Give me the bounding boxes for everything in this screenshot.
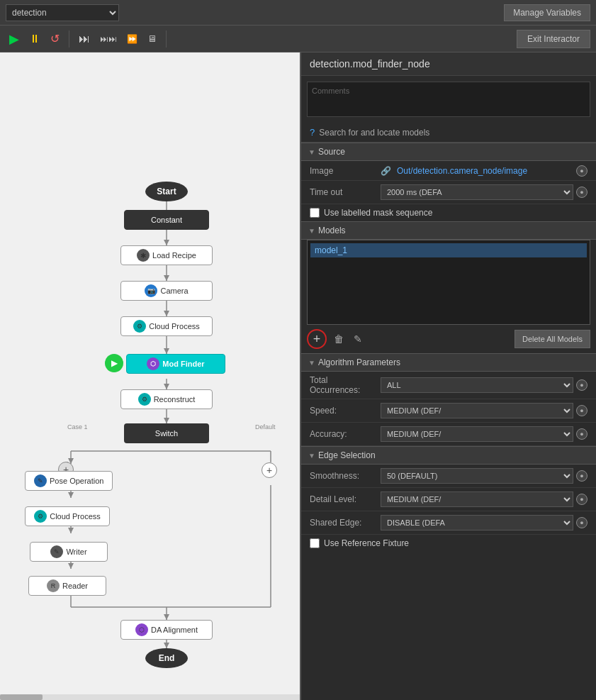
shared-edge-circle-btn[interactable]: ●	[576, 517, 587, 528]
svg-marker-20	[68, 492, 74, 498]
svg-marker-22	[68, 528, 74, 533]
pause-button[interactable]: ⏸	[26, 30, 44, 48]
accuracy-circle-btn[interactable]: ●	[576, 428, 587, 440]
image-circle-btn[interactable]: ●	[576, 165, 587, 177]
use-reference-fixture-checkbox[interactable]	[310, 538, 320, 548]
switch-default-label: Default	[255, 423, 276, 430]
timeout-label: Time out	[310, 187, 381, 197]
flow-connectors	[0, 52, 300, 700]
detail-level-select[interactable]: MEDIUM (DEF/	[381, 491, 573, 507]
accuracy-label: Accuracy:	[310, 429, 381, 439]
speed-select[interactable]: MEDIUM (DEF/	[381, 403, 573, 418]
flow-scroll-thumb[interactable]	[0, 694, 43, 700]
fast-forward-button[interactable]: ⏭⏭	[96, 32, 120, 46]
camera-rect: 📷 Camera	[120, 281, 213, 301]
camera-icon: 📷	[145, 284, 157, 297]
play-button[interactable]: ▶	[6, 29, 23, 49]
use-labelled-mask-checkbox[interactable]	[310, 208, 320, 218]
algorithm-label: Algorithm Parameters	[318, 357, 400, 367]
svg-marker-8	[164, 240, 169, 245]
svg-marker-13	[164, 418, 169, 423]
svg-marker-9	[164, 275, 169, 281]
svg-marker-24	[68, 563, 74, 569]
total-occurrences-select[interactable]: ALL	[381, 377, 573, 393]
toolbar-divider-1	[69, 30, 69, 48]
source-arrow: ▼	[308, 148, 315, 156]
add-default-button[interactable]: +	[262, 462, 277, 478]
switch-rect: Switch	[124, 423, 209, 443]
load-recipe-node[interactable]: ✱ Load Recipe	[120, 245, 213, 265]
flow-scrollbar[interactable]	[0, 694, 300, 700]
algorithm-section-header[interactable]: ▼ Algorithm Parameters	[301, 353, 596, 372]
timeout-select[interactable]: 2000 ms (DEFA	[381, 184, 573, 200]
image-label: Image	[310, 166, 381, 176]
timeout-value-container: 2000 ms (DEFA	[381, 184, 573, 200]
edge-section-header[interactable]: ▼ Edge Selection	[301, 446, 596, 465]
flow-panel: Start Constant ✱ Load Recipe 📷 Camera ⚙ …	[0, 52, 301, 700]
mod-finder-node[interactable]: ⬡ Mod Finder	[126, 354, 225, 374]
source-section-header[interactable]: ▼ Source	[301, 143, 596, 161]
screenshot-button[interactable]: 🖥	[144, 31, 160, 46]
constant-node[interactable]: Constant	[124, 210, 209, 230]
cloud-process-2-node[interactable]: ⚙ Cloud Process	[25, 506, 110, 526]
manage-variables-button[interactable]: Manage Variables	[504, 4, 590, 21]
cloud-process-2-rect: ⚙ Cloud Process	[25, 506, 110, 526]
forward-button[interactable]: ⏩	[123, 32, 141, 46]
top-bar: detection Manage Variables	[0, 0, 596, 26]
exit-interactor-button[interactable]: Exit Interactor	[517, 30, 590, 48]
use-labelled-mask-label: Use labelled mask sequence	[324, 208, 432, 218]
main-layout: Start Constant ✱ Load Recipe 📷 Camera ⚙ …	[0, 52, 596, 700]
models-section-header[interactable]: ▼ Models	[301, 221, 596, 240]
edge-label: Edge Selection	[318, 450, 376, 460]
svg-marker-33	[164, 643, 169, 648]
use-reference-fixture-label: Use Reference Fixture	[324, 538, 409, 548]
edit-model-button[interactable]: ✎	[351, 332, 365, 346]
info-icon: ?	[310, 127, 315, 138]
detection-dropdown[interactable]: detection	[6, 4, 119, 21]
end-oval: End	[145, 648, 188, 668]
panel-title: detection.mod_finder_node	[301, 52, 596, 76]
reconstruct-node[interactable]: ⚙ Reconstruct	[120, 389, 213, 409]
camera-node[interactable]: 📷 Camera	[120, 281, 213, 301]
detail-level-circle-btn[interactable]: ●	[576, 494, 587, 505]
delete-all-models-button[interactable]: Delete All Models	[515, 330, 590, 348]
comments-placeholder: Comments	[312, 87, 349, 95]
load-recipe-icon: ✱	[137, 249, 150, 262]
comments-area[interactable]: Comments	[307, 82, 590, 117]
shared-edge-select[interactable]: DISABLE (DEFA	[381, 515, 573, 530]
accuracy-select[interactable]: MEDIUM (DEF/	[381, 426, 573, 442]
speed-circle-btn[interactable]: ●	[576, 405, 587, 416]
total-occurrences-circle-btn[interactable]: ●	[576, 379, 587, 391]
end-node[interactable]: End	[145, 648, 188, 668]
svg-marker-10	[164, 311, 169, 316]
cloud-process-1-icon: ⚙	[133, 320, 146, 333]
pose-operation-node[interactable]: ✎ Pose Operation	[25, 471, 113, 491]
writer-node[interactable]: ✎ Writer	[30, 542, 108, 562]
speed-row: Speed: MEDIUM (DEF/ ●	[301, 399, 596, 423]
image-value-container: 🔗 Out/detection.camera_node/image	[381, 166, 573, 176]
reader-node[interactable]: R Reader	[28, 576, 106, 596]
step-button[interactable]: ⏭	[75, 30, 94, 48]
start-node[interactable]: Start	[145, 182, 188, 201]
smoothness-select[interactable]: 50 (DEFAULT)	[381, 468, 573, 484]
cloud-process-1-rect: ⚙ Cloud Process	[120, 316, 213, 336]
toolbar-divider-2	[166, 30, 167, 48]
da-alignment-node[interactable]: ⬡ DA Alignment	[120, 620, 213, 640]
svg-marker-29	[164, 614, 169, 620]
timeout-circle-btn[interactable]: ●	[576, 187, 587, 198]
total-occurrences-label: Total Occurrences:	[310, 375, 381, 395]
cloud-process-1-node[interactable]: ⚙ Cloud Process	[120, 316, 213, 336]
info-text: Search for and locate models	[319, 128, 429, 138]
add-model-button[interactable]: +	[307, 329, 327, 349]
image-link[interactable]: Out/detection.camera_node/image	[397, 166, 527, 176]
stop-button[interactable]: ↺	[47, 30, 63, 48]
speed-value: MEDIUM (DEF/	[381, 403, 573, 418]
switch-case-label: Case 1	[67, 423, 88, 430]
smoothness-row: Smoothness: 50 (DEFAULT) ●	[301, 465, 596, 488]
load-recipe-rect: ✱ Load Recipe	[120, 245, 213, 265]
delete-model-button[interactable]: 🗑	[331, 332, 347, 346]
svg-marker-12	[164, 384, 169, 389]
smoothness-circle-btn[interactable]: ●	[576, 470, 587, 482]
model-item[interactable]: model_1	[310, 243, 587, 257]
switch-node[interactable]: Switch	[124, 423, 209, 443]
